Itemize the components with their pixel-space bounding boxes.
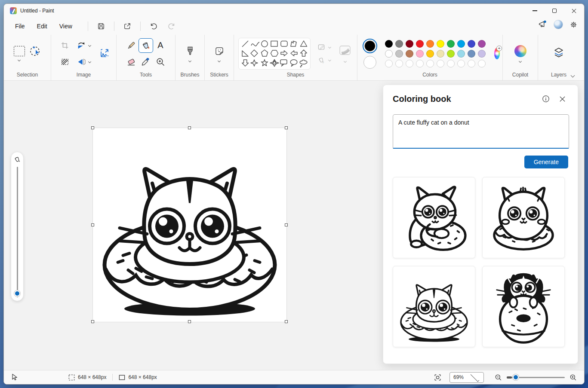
color-swatch[interactable] [416,50,424,58]
stroke-width-icon[interactable] [339,45,351,56]
color-swatch[interactable] [437,50,444,58]
layers-button[interactable] [552,46,565,59]
free-select-button[interactable] [28,44,41,57]
thumbnail-cat-in-donut[interactable] [393,266,475,347]
zoom-slider[interactable] [507,377,565,378]
close-button[interactable] [564,4,584,18]
resize-image-button[interactable] [98,47,111,60]
menu-file[interactable]: File [9,20,31,32]
flip-dropdown-chevron[interactable] [88,60,91,63]
secondary-color-swatch[interactable] [363,56,376,69]
zoom-in-button[interactable] [569,373,577,382]
color-swatch[interactable] [478,50,486,58]
eraser-button[interactable] [126,57,136,67]
brushes-button[interactable] [185,46,195,57]
color-swatch[interactable] [426,40,434,48]
color-wheel-add-button[interactable]: + [494,48,500,59]
selection-handle[interactable] [91,320,94,323]
color-swatch[interactable] [395,40,403,48]
color-swatch-empty[interactable] [395,60,403,67]
menu-view[interactable]: View [53,20,78,32]
flip-button[interactable] [76,57,91,67]
settings-button[interactable] [569,20,578,29]
color-swatch[interactable] [468,40,475,48]
thumbnail-fluffy-cat-behind-donut[interactable] [482,266,565,347]
selection-handle[interactable] [91,126,94,129]
selection-handle[interactable] [188,126,191,129]
text-tool-button[interactable]: A [157,40,163,50]
color-swatch[interactable] [406,50,413,58]
fill-tool-button-selected[interactable] [139,38,153,53]
selection-handle[interactable] [91,223,94,226]
fill-tolerance-thumb[interactable] [14,290,20,296]
redo-button[interactable] [164,20,179,33]
color-swatch-empty[interactable] [478,60,486,67]
primary-color-selected[interactable] [363,39,377,53]
share-icon [123,22,132,31]
thumbnail-round-cat-on-donut[interactable] [482,177,565,258]
color-swatch-empty[interactable] [437,60,444,67]
stickers-dropdown-chevron[interactable] [218,59,221,62]
color-swatch[interactable] [395,50,403,58]
magnifier-button[interactable] [155,57,166,67]
color-swatch[interactable] [457,50,465,58]
fill-tolerance-track[interactable] [17,167,18,297]
shapes-gallery[interactable] [238,38,311,70]
color-swatch-empty[interactable] [416,60,424,67]
pattern-button[interactable] [60,57,70,67]
color-swatch-empty[interactable] [468,60,475,67]
zoom-out-button[interactable] [494,373,502,382]
zoom-slider-thumb[interactable] [513,374,519,380]
color-swatch-empty[interactable] [457,60,465,67]
copilot-dropdown-chevron[interactable] [519,59,522,62]
zoom-dropdown[interactable]: 69% [449,372,484,383]
feedback-button[interactable] [537,20,548,29]
menu-edit[interactable]: Edit [31,20,53,32]
selection-handle[interactable] [285,223,288,226]
color-swatch[interactable] [468,50,475,58]
fill-tolerance-slider[interactable] [11,152,24,301]
color-swatch[interactable] [447,50,455,58]
paint-canvas[interactable] [93,128,286,322]
color-swatch[interactable] [385,40,393,48]
generate-button[interactable]: Generate [524,156,568,168]
maximize-button[interactable] [545,4,564,18]
panel-close-button[interactable] [556,93,568,105]
color-swatch-empty[interactable] [385,60,393,67]
info-button[interactable] [540,93,552,105]
selection-handle[interactable] [285,126,288,129]
color-swatch-empty[interactable] [447,60,455,67]
color-swatch-empty[interactable] [426,60,434,67]
copilot-icon[interactable] [514,45,526,57]
thumbnail-cat-hugging-donut[interactable] [393,177,475,258]
undo-button[interactable] [146,20,161,33]
color-swatch[interactable] [426,50,434,58]
rotate-dropdown-chevron[interactable] [88,44,91,47]
account-avatar[interactable] [554,20,563,29]
prompt-input[interactable]: A cute fluffy cat on a donut [393,114,569,149]
save-button[interactable] [93,20,109,33]
rect-select-button[interactable] [14,46,25,56]
color-swatch[interactable] [385,50,393,58]
crop-button[interactable] [60,41,70,50]
color-swatch[interactable] [437,40,444,48]
minimize-button[interactable] [525,4,545,18]
eyedropper-button[interactable] [141,57,151,67]
selection-dropdown-chevron[interactable] [18,58,21,61]
selection-handle[interactable] [188,320,191,323]
rotate-button[interactable] [76,41,91,50]
color-swatch[interactable] [416,40,424,48]
share-button[interactable] [120,20,135,33]
color-swatch[interactable] [457,40,465,48]
color-swatch[interactable] [478,40,486,48]
shape-fill-dropdown[interactable]: 0 [317,56,331,64]
fit-to-screen-button[interactable] [434,373,442,382]
color-swatch[interactable] [447,40,455,48]
shape-outline-dropdown[interactable] [317,43,331,52]
pencil-button[interactable] [126,40,136,51]
color-swatch-empty[interactable] [406,60,413,67]
stickers-button[interactable] [214,46,225,57]
selection-handle[interactable] [285,320,288,323]
color-swatch[interactable] [406,40,413,48]
brushes-dropdown-chevron[interactable] [188,59,191,62]
